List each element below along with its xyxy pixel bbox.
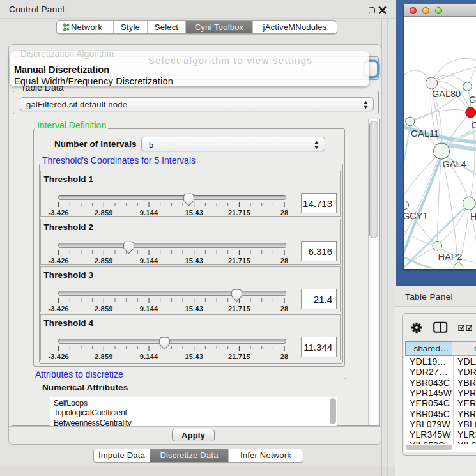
svg-text:C: C: [472, 120, 476, 130]
svg-text:GA: GA: [469, 95, 476, 105]
svg-text:GAL4: GAL4: [443, 159, 466, 169]
svg-text:GAL80: GAL80: [432, 89, 461, 99]
svg-text:GAL11: GAL11: [411, 128, 439, 139]
svg-text:H: H: [470, 211, 476, 222]
svg-text:HAP2: HAP2: [438, 252, 463, 262]
svg-text:GCY1: GCY1: [404, 211, 428, 221]
